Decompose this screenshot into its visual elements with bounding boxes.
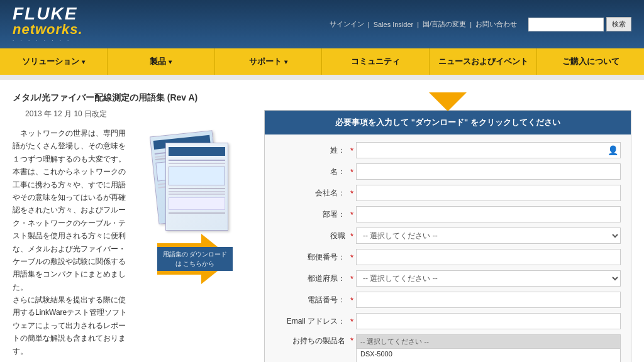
product-select-wrapper: -- 選択してください -- DSX-5000 DSX とファイバー・セット D… — [356, 334, 621, 362]
required-star: * — [350, 210, 353, 219]
header: FLUKE networks. · · · · · · · · サインイン | … — [0, 0, 644, 48]
company-input[interactable] — [356, 185, 621, 201]
required-star: * — [350, 231, 353, 241]
required-star: * — [350, 253, 353, 262]
chevron-down-icon: ▾ — [284, 58, 287, 65]
form-header: 必要事項を入力して "ダウンロード" をクリックしてください — [265, 111, 631, 134]
form-row-postal: 郵便番号： * — [275, 249, 621, 265]
left-panel: メタル/光ファイバー配線測定の用語集 (Rev A) 2013 年 12 月 1… — [13, 92, 252, 362]
contact-link[interactable]: お問い合わせ — [475, 19, 517, 29]
divider1: | — [368, 21, 370, 28]
content-area: ネットワークの世界は、専門用語がたくさん登場し、その意味を１つずつ理解するのも大… — [13, 127, 252, 358]
label-email: Email アドレス： — [275, 316, 350, 327]
page-date: 2013 年 12 月 10 日改定 — [25, 109, 252, 119]
label-lastname: 姓： — [275, 145, 350, 156]
chevron-down-icon: ▾ — [169, 58, 172, 65]
product-select-header: -- 選択してください -- — [357, 335, 620, 349]
brochure-container — [154, 133, 236, 246]
department-input[interactable] — [356, 206, 621, 222]
form-row-role: 役職 * -- 選択してください -- — [275, 228, 621, 244]
phone-input[interactable] — [356, 292, 621, 308]
page-title: メタル/光ファイバー配線測定の用語集 (Rev A) — [13, 92, 252, 104]
postal-input[interactable] — [356, 249, 621, 265]
required-star: * — [350, 336, 353, 345]
label-postal: 郵便番号： — [275, 252, 350, 263]
main-content: メタル/光ファイバー配線測定の用語集 (Rev A) 2013 年 12 月 1… — [0, 80, 644, 362]
header-links: サインイン | Sales Insider | 国/言語の変更 | お問い合わせ — [330, 19, 517, 29]
label-product: お持ちの製品名 — [275, 336, 350, 346]
signin-link[interactable]: サインイン — [330, 19, 364, 29]
sales-insider-link[interactable]: Sales Insider — [374, 21, 414, 28]
logo-area: FLUKE networks. · · · · · · · · — [13, 5, 83, 43]
product-option-dsx5000[interactable]: DSX-5000 — [357, 349, 620, 359]
firstname-input[interactable] — [356, 163, 621, 180]
person-icon: 👤 — [608, 145, 618, 155]
form-header-arrow-svg — [429, 92, 467, 111]
nav-item-solutions[interactable]: ソリューション ▾ — [0, 48, 108, 75]
download-label: 用語集の ダウンロードは こちらから — [157, 247, 233, 271]
brochure-page-front — [165, 143, 228, 231]
svg-marker-1 — [429, 92, 467, 111]
search-button[interactable]: 検索 — [606, 17, 631, 31]
right-panel: 必要事項を入力して "ダウンロード" をクリックしてください 姓： * 👤 名：… — [264, 92, 631, 362]
prefecture-select[interactable]: -- 選択してください -- — [356, 270, 621, 287]
divider3: | — [470, 21, 472, 28]
nav-item-news[interactable]: ニュースおよびイベント — [430, 48, 537, 75]
required-star: * — [350, 317, 353, 326]
form-row-department: 部署： * — [275, 206, 621, 222]
search-area: 検索 — [528, 17, 631, 31]
logo-dots: · · · · · · · · — [13, 38, 83, 43]
download-arrow: 用語集の ダウンロードは こちらから — [157, 234, 233, 284]
label-phone: 電話番号： — [275, 295, 350, 305]
required-star: * — [350, 167, 353, 177]
form-row-company: 会社名： * — [275, 185, 621, 201]
brochure-section: 用語集の ダウンロードは こちらから — [138, 127, 252, 358]
nav-item-products[interactable]: 製品 ▾ — [108, 48, 215, 75]
required-star: * — [350, 189, 353, 198]
form-body: 姓： * 👤 名： * 会社名： * — [265, 134, 631, 362]
logo-networks: networks. — [13, 23, 83, 36]
text-content: ネットワークの世界は、専門用語がたくさん登場し、その意味を１つずつ理解するのも大… — [13, 127, 132, 358]
required-star: * — [350, 295, 353, 305]
label-company: 会社名： — [275, 188, 350, 199]
nav-item-purchase[interactable]: ご購入について — [537, 48, 644, 75]
form-row-lastname: 姓： * 👤 — [275, 142, 621, 158]
main-nav: ソリューション ▾ 製品 ▾ サポート ▾ コミュニティ ニュースおよびイベント… — [0, 48, 644, 75]
form-row-firstname: 名： * — [275, 163, 621, 180]
form-row-phone: 電話番号： * — [275, 292, 621, 308]
product-option-dsx-fiber[interactable]: DSX とファイバー・セット — [357, 359, 620, 362]
search-input[interactable] — [528, 18, 604, 31]
form-container: 必要事項を入力して "ダウンロード" をクリックしてください 姓： * 👤 名：… — [264, 110, 631, 362]
body-text: ネットワークの世界は、専門用語がたくさん登場し、その意味を１つずつ理解するのも大… — [13, 127, 132, 358]
gray-bar — [0, 75, 644, 80]
label-department: 部署： — [275, 209, 350, 220]
logo-fluke: FLUKE — [13, 5, 83, 23]
form-row-product: お持ちの製品名 * -- 選択してください -- DSX-5000 DSX とフ… — [275, 334, 621, 362]
nav-item-support[interactable]: サポート ▾ — [215, 48, 323, 75]
chevron-down-icon: ▾ — [82, 58, 85, 65]
product-multi-select: -- 選択してください -- DSX-5000 DSX とファイバー・セット D… — [356, 334, 621, 362]
lastname-input-wrapper: 👤 — [356, 142, 621, 158]
required-star: * — [350, 146, 353, 155]
email-input[interactable] — [356, 313, 621, 329]
form-top-arrow — [264, 92, 631, 111]
header-right: サインイン | Sales Insider | 国/言語の変更 | お問い合わせ… — [330, 17, 631, 31]
lastname-input[interactable] — [356, 142, 621, 158]
label-role: 役職 — [275, 231, 350, 241]
required-star: * — [350, 274, 353, 283]
role-select[interactable]: -- 選択してください -- — [356, 228, 621, 244]
divider2: | — [417, 21, 419, 28]
label-prefecture: 都道府県： — [275, 273, 350, 284]
nav-item-community[interactable]: コミュニティ — [322, 48, 430, 75]
form-row-email: Email アドレス： * — [275, 313, 621, 329]
form-row-prefecture: 都道府県： * -- 選択してください -- — [275, 270, 621, 287]
label-firstname: 名： — [275, 167, 350, 177]
form-header-text: 必要事項を入力して "ダウンロード" をクリックしてください — [335, 118, 560, 127]
language-change-link[interactable]: 国/言語の変更 — [423, 19, 466, 29]
